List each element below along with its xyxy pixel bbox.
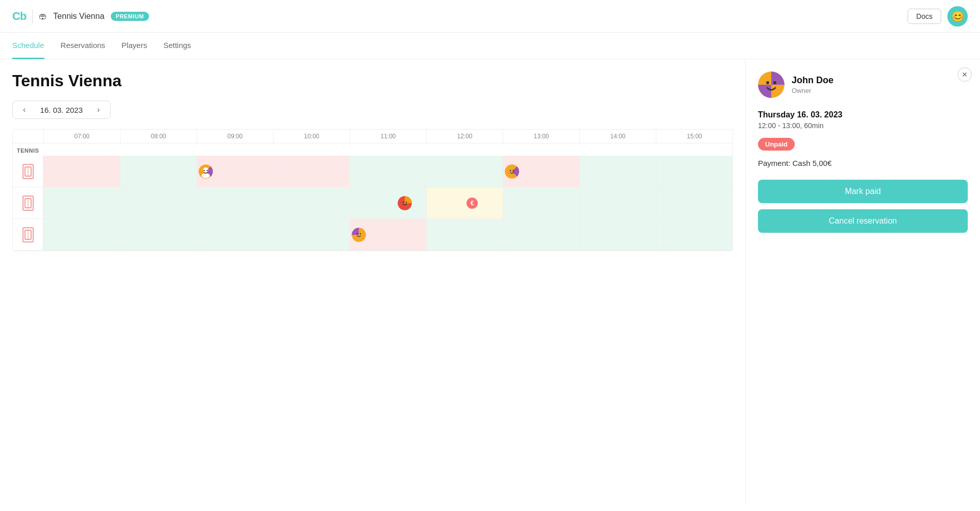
court-1-timeline[interactable] (43, 156, 732, 187)
nav-item-settings[interactable]: Settings (163, 33, 191, 59)
court-row-3 (13, 219, 732, 251)
time-label-10: 10:00 (273, 130, 350, 143)
court-2-timeline[interactable]: € (43, 187, 732, 218)
schedule-area: Tennis Vienna ‹ 16. 03. 2023 › 07:00 08:… (0, 59, 745, 504)
slot-1-1[interactable] (120, 156, 197, 187)
panel-user-name: John Doe (792, 75, 834, 86)
main-layout: Tennis Vienna ‹ 16. 03. 2023 › 07:00 08:… (0, 59, 980, 504)
court-tennis-icon-1 (22, 164, 34, 179)
slot-1-3[interactable] (273, 156, 350, 187)
unpaid-badge: Unpaid (758, 138, 795, 151)
slot-2-4[interactable] (350, 187, 426, 218)
slot-3-1[interactable] (120, 219, 197, 250)
player-avatar-1b[interactable] (505, 164, 519, 179)
date-picker: ‹ 16. 03. 2023 › (12, 101, 111, 119)
slot-1-5[interactable] (426, 156, 503, 187)
slot-2-0[interactable] (43, 187, 120, 218)
time-label-13: 13:00 (503, 130, 579, 143)
header-left: Cb 🏟 Tennis Vienna PREMIUM (12, 9, 149, 23)
court-3-timeline[interactable] (43, 219, 732, 250)
venue-name: Tennis Vienna (53, 12, 104, 21)
slot-1-7[interactable] (579, 156, 656, 187)
current-date: 16. 03. 2023 (36, 106, 87, 114)
nav-item-reservations[interactable]: Reservations (61, 33, 106, 59)
time-label-12: 12:00 (426, 130, 503, 143)
venue-icon: 🏟 (39, 12, 47, 21)
cancel-reservation-button[interactable]: Cancel reservation (758, 209, 968, 233)
venue-title: Tennis Vienna (12, 71, 733, 90)
nav: Schedule Reservations Players Settings (0, 33, 980, 59)
panel-time: 12:00 - 13:00, 60min (758, 121, 968, 130)
right-panel: ✕ John Doe Owner Thursday 16. 03. 2023 1… (745, 59, 980, 504)
court-icon-1 (13, 156, 43, 187)
slot-3-0[interactable] (43, 219, 120, 250)
court-tennis-icon-3 (22, 227, 34, 242)
svg-point-15 (406, 201, 407, 202)
svg-point-19 (357, 233, 358, 234)
docs-button[interactable]: Docs (908, 9, 941, 24)
svg-point-22 (766, 81, 769, 84)
svg-point-4 (202, 173, 210, 178)
slot-2-2[interactable] (197, 187, 273, 218)
court-row-1 (13, 156, 732, 187)
header-divider (32, 9, 33, 23)
time-header: 07:00 08:00 09:00 10:00 11:00 12:00 13:0… (13, 130, 732, 143)
euro-icon[interactable]: € (467, 198, 478, 209)
time-label-14: 14:00 (579, 130, 656, 143)
logo[interactable]: Cb (12, 10, 26, 23)
court-icon-2 (13, 187, 43, 218)
slot-3-3[interactable] (273, 219, 350, 250)
slot-2-6[interactable] (503, 187, 579, 218)
court-tennis-icon-2 (22, 196, 34, 211)
panel-user-role: Owner (792, 87, 834, 94)
time-label-15: 15:00 (656, 130, 732, 143)
svg-point-23 (773, 81, 776, 84)
court-row-2: € (13, 187, 732, 219)
slot-3-7[interactable] (579, 219, 656, 250)
panel-user-info: John Doe Owner (792, 75, 834, 94)
player-avatar-1a[interactable] (199, 164, 213, 179)
player-avatar-2a[interactable] (398, 196, 412, 210)
svg-point-14 (403, 201, 404, 202)
nav-item-schedule[interactable]: Schedule (12, 33, 44, 59)
panel-user-section: John Doe Owner (758, 71, 968, 98)
slot-2-3[interactable] (273, 187, 350, 218)
user-avatar[interactable]: 😊 (947, 6, 968, 27)
header: Cb 🏟 Tennis Vienna PREMIUM Docs 😊 (0, 0, 980, 33)
svg-point-7 (207, 169, 208, 171)
calendar: 07:00 08:00 09:00 10:00 11:00 12:00 13:0… (12, 129, 733, 251)
slot-3-2[interactable] (197, 219, 273, 250)
court-icon-3 (13, 219, 43, 250)
player-avatar-3a[interactable] (352, 228, 366, 242)
time-label-09: 09:00 (197, 130, 273, 143)
slot-3-8[interactable] (656, 219, 732, 250)
time-label-07: 07:00 (43, 130, 120, 143)
panel-user-avatar (758, 71, 785, 98)
mark-paid-button[interactable]: Mark paid (758, 180, 968, 203)
slot-2-7[interactable] (579, 187, 656, 218)
time-label-08: 08:00 (120, 130, 197, 143)
header-right: Docs 😊 (908, 6, 968, 27)
payment-info: Payment: Cash 5,00€ (758, 159, 968, 167)
slot-2-5[interactable] (426, 187, 503, 218)
section-label: TENNIS (13, 143, 732, 156)
slot-1-4[interactable] (350, 156, 426, 187)
svg-point-10 (513, 169, 514, 171)
svg-point-9 (510, 169, 511, 171)
nav-item-players[interactable]: Players (121, 33, 147, 59)
time-label-11: 11:00 (350, 130, 426, 143)
slot-3-6[interactable] (503, 219, 579, 250)
svg-point-20 (360, 233, 361, 234)
date-prev-button[interactable]: ‹ (21, 105, 28, 114)
slot-1-8[interactable] (656, 156, 732, 187)
slot-2-8[interactable] (656, 187, 732, 218)
panel-date: Thursday 16. 03. 2023 (758, 110, 968, 119)
slot-2-1[interactable] (120, 187, 197, 218)
close-button[interactable]: ✕ (958, 67, 972, 82)
slot-3-5[interactable] (426, 219, 503, 250)
premium-badge: PREMIUM (111, 12, 149, 21)
svg-point-6 (204, 169, 205, 171)
slot-1-0[interactable] (43, 156, 120, 187)
date-next-button[interactable]: › (95, 105, 102, 114)
